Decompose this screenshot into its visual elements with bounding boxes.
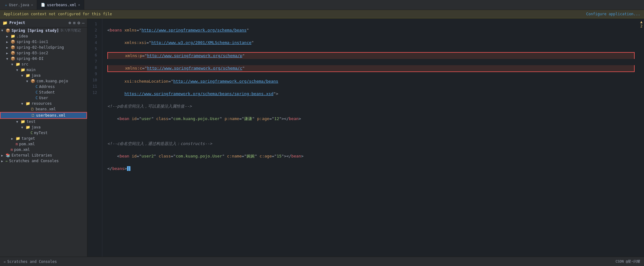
tree-item-idea[interactable]: ▶ 📁 .idea [0,33,87,39]
tree-item-student[interactable]: ▶ C Student [0,89,87,95]
code-line-11: <bean id="user2" class="com.kuang.pojo.U… [107,153,635,159]
label-spring03: spring-03-ioc2 [17,51,48,55]
editor-area[interactable]: 1 2 3 4 5 6 7 8 9 10 11 12 <beans xmlns=… [87,18,644,257]
tree-item-src[interactable]: ▼ 📁 src [0,61,87,67]
project-icon: 📁 [2,21,7,25]
scratches-icon: ✏ [6,159,8,163]
right-gutter: ▲ 2 [640,18,644,257]
bottom-bar: ✏ Scratches and Consoles CSDN @星~闪耀 [0,257,644,266]
main-content: 📁 Project ⊕ ≡ ⚙ — ▼ 📦 Spring [Spring stu… [0,18,644,257]
tree-item-userbeans-xml[interactable]: ▶ 🗋 userbeans.xml [0,112,87,119]
tab-user-java-close[interactable]: ✕ [31,3,33,7]
code-line-3: xmlns:p="http://www.springframework.org/… [107,52,635,59]
label-spring04: spring-04-DI [17,56,44,61]
tree-item-spring-study[interactable]: ▼ 📦 Spring [Spring study] D:\学习笔记 [0,27,87,33]
arrow-main: ▼ [16,68,21,72]
code-line-6: https://www.springframework.org/schema/b… [107,91,635,97]
code-line-5: xsi:schemaLocation="http://www.springfra… [107,78,635,85]
arrow-external-libs: ▶ [1,154,6,157]
sync-icon[interactable]: ⊕ [68,20,71,25]
tab-user-java[interactable]: ☕ User.java ✕ [1,0,37,10]
tree-item-resources[interactable]: ▼ 📁 resources [0,101,87,106]
pom-icon-2: m [11,148,13,152]
class-icon-user: C [36,96,38,100]
tree-item-spring04[interactable]: ▼ 📦 spring-04-DI [0,56,87,61]
label-spring-path: D:\学习笔记 [61,28,81,33]
arrow-resources: ▼ [21,102,26,105]
label-test: test [27,119,36,124]
warning-message: Application context not configured for t… [4,12,112,16]
hide-icon[interactable]: — [82,20,85,25]
label-userbeans-xml: userbeans.xml [36,113,66,118]
xml-icon-beans: 🗋 [31,107,34,111]
code-line-4: xmlns:c="http://www.springframework.org/… [107,65,635,72]
arrow-spring04: ▼ [6,57,11,60]
label-user-class: User [39,96,48,100]
arrow-spring-study: ▼ [1,29,6,32]
sidebar: 📁 Project ⊕ ≡ ⚙ — ▼ 📦 Spring [Spring stu… [0,18,87,257]
xml-icon: 📄 [41,3,45,7]
label-src: src [22,62,28,66]
tree-item-java[interactable]: ▼ 📁 java [0,73,87,78]
tree-item-address[interactable]: ▶ C Address [0,84,87,89]
tree-item-pom1[interactable]: ▶ m pom.xml [0,141,87,147]
code-line-2: xmlns:xsi="http://www.w3.org/2001/XMLSch… [107,40,635,46]
label-target: target [22,136,35,141]
label-myTest: myTest [34,131,47,135]
label-pom2: pom.xml [14,148,30,152]
java-test-folder-icon: 📁 [26,125,30,129]
scratches-bottom-text: Scratches and Consoles [7,259,57,264]
scratches-bottom-label[interactable]: ✏ Scratches and Consoles [4,259,57,264]
tree-item-user-class[interactable]: ▶ C User [0,95,87,101]
tab-userbeans-xml-close[interactable]: ✕ [78,3,80,7]
code-line-8: <bean id="user" class="com.kuang.pojo.Us… [107,116,635,122]
watermark: CSDN @星~闪耀 [616,259,640,264]
tree-item-external-libs[interactable]: ▶ 📚 External Libraries [0,152,87,158]
folder-icon-test: 📁 [21,119,25,124]
external-libs-icon: 📚 [6,153,10,157]
tree-item-target[interactable]: ▶ 📁 target [0,136,87,141]
label-java-test: java [32,125,41,129]
tree-item-beans-xml[interactable]: ▶ 🗋 beans.xml [0,106,87,112]
folder-icon-idea: 📁 [11,34,15,38]
tab-bar: ☕ User.java ✕ 📄 userbeans.xml ✕ [0,0,644,10]
label-java: java [32,73,41,78]
module-icon-spring01: 📦 [11,40,15,44]
collapse-all-icon[interactable]: ≡ [73,20,76,25]
arrow-src: ▼ [11,63,16,66]
configure-link[interactable]: Configure application... [586,12,640,16]
tree-item-main[interactable]: ▼ 📁 main [0,67,87,73]
arrow-spring02: ▶ [6,46,11,49]
sidebar-header: 📁 Project ⊕ ≡ ⚙ — [0,18,87,27]
java-icon: ☕ [5,3,7,7]
tree-item-spring03[interactable]: ▶ 📦 spring-03-ioc2 [0,50,87,56]
tab-userbeans-xml[interactable]: 📄 userbeans.xml ✕ [37,0,84,10]
code-editor[interactable]: <beans xmlns="http://www.springframework… [102,18,640,257]
tree-item-java-test[interactable]: ▼ 📁 java [0,124,87,130]
tree-item-package[interactable]: ▼ 📦 com.kuang.pojo [0,78,87,84]
arrow-spring01: ▶ [6,40,11,44]
pom-icon-1: m [16,142,18,146]
label-beans-xml: beans.xml [36,107,56,111]
tree-item-spring01[interactable]: ▶ 📦 spring-01-ioc1 [0,39,87,45]
arrow-package: ▼ [26,80,31,83]
class-icon-myTest: C [31,131,33,135]
tab-user-java-label: User.java [9,3,29,7]
tree-item-myTest[interactable]: ▶ C myTest [0,130,87,136]
resources-folder-icon: 📁 [26,101,30,106]
tree-item-spring02[interactable]: ▶ 📦 spring-02-helloSpring [0,45,87,50]
src-folder-icon: 📁 [16,62,20,66]
label-main: main [27,68,36,72]
label-resources: resources [32,101,52,106]
arrow-java-test: ▼ [21,126,26,129]
tree-item-test[interactable]: ▼ 📁 test [0,119,87,124]
arrow-scratches: ▶ [1,159,6,163]
folder-icon-main: 📁 [21,68,25,72]
tree-item-scratches[interactable]: ▶ ✏ Scratches and Consoles [0,158,87,164]
label-pom1: pom.xml [19,142,35,146]
code-line-12: </beans>| [107,166,635,172]
module-icon-spring02: 📦 [11,45,15,50]
options-icon[interactable]: ⚙ [77,20,80,25]
warning-banner: Application context not configured for t… [0,10,644,18]
tree-item-pom2[interactable]: ▶ m pom.xml [0,147,87,152]
